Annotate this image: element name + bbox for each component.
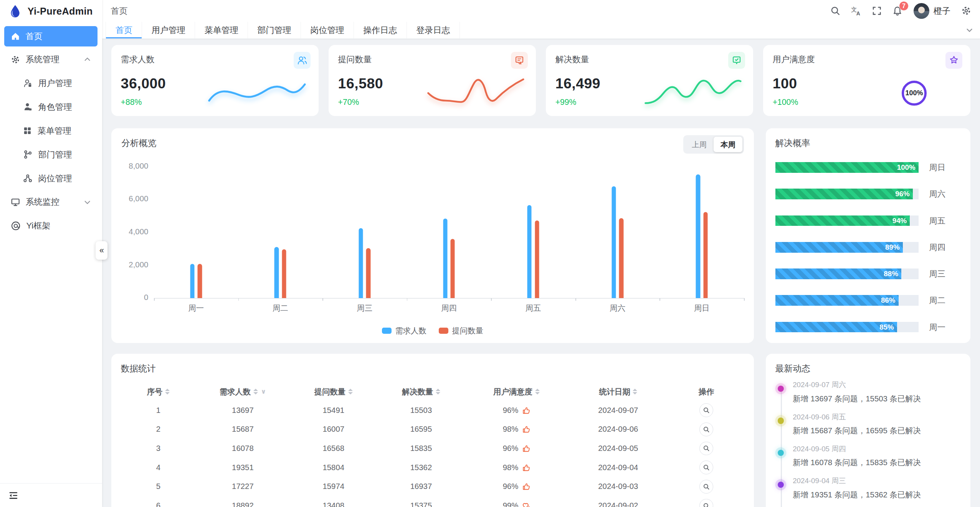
app-title: Yi-PureAdmin (28, 6, 93, 17)
sidebar-subitem-1-0[interactable]: 用户管理 (4, 71, 98, 95)
tab-2[interactable]: 菜单管理 (195, 22, 248, 38)
bottom-row: 数据统计 序号需求人数∨提问数量解决数量用户满意度统计日期操作 1 13697 … (111, 354, 970, 507)
solve-rate-row: 96% 周六 (775, 189, 961, 199)
range-button-1[interactable]: 本周 (714, 137, 742, 152)
tab-3[interactable]: 部门管理 (248, 22, 301, 38)
table-header-1[interactable]: 需求人数∨ (196, 386, 290, 397)
sidebar-group-2[interactable]: 系统监控 (4, 190, 98, 214)
search-icon[interactable] (830, 6, 840, 16)
timeline-date: 2024-09-04 周三 (793, 476, 961, 486)
sidebar-subitem-1-3[interactable]: 部门管理 (4, 143, 98, 167)
analysis-overview-title: 分析概览 (121, 137, 744, 149)
table-header-5[interactable]: 统计日期 (568, 386, 668, 397)
user-menu[interactable]: 橙子 (914, 3, 950, 19)
main-area: 首页 文A 7 橙子 (102, 0, 980, 507)
settings-gear-icon[interactable] (961, 6, 971, 16)
cell-date: 2024-09-07 (568, 406, 668, 415)
cell-solved: 15362 (377, 463, 465, 472)
progress-pct: 85% (879, 323, 897, 331)
bell-icon[interactable]: 7 (892, 6, 903, 17)
cell-questions: 16007 (290, 425, 377, 434)
tab-0[interactable]: 首页 (106, 22, 142, 38)
progress-track: 94% (775, 215, 919, 226)
progress-track: 85% (775, 322, 919, 333)
sidebar-item-3[interactable]: Yi框架 (4, 214, 98, 238)
tab-5[interactable]: 操作日志 (354, 22, 407, 38)
fullscreen-icon[interactable] (872, 6, 881, 15)
row-view-button[interactable] (699, 461, 713, 474)
row-view-button[interactable] (699, 403, 713, 417)
svg-text:A: A (856, 10, 860, 16)
menu-fold-icon[interactable] (8, 490, 18, 500)
stat-card-1: 提问数量 16,580 +70% (329, 45, 536, 116)
row-view-button[interactable] (699, 499, 713, 507)
table-header-0[interactable]: 序号 (121, 386, 196, 397)
cell-satisfaction: 96% (465, 406, 568, 415)
progress-fill: 94% (775, 215, 910, 226)
cell-questions: 13408 (290, 501, 377, 507)
logo-drop-icon (8, 4, 23, 19)
tabs-chevron-down-icon[interactable] (959, 22, 980, 38)
sidebar-group-label: 系统管理 (26, 54, 59, 65)
progress-fill: 89% (775, 242, 903, 253)
progress-day-label: 周六 (929, 189, 945, 199)
bar-需求人数-周二 (274, 247, 279, 298)
sidebar-subitem-1-1[interactable]: 角色管理 (4, 95, 98, 119)
x-axis-label: 周一 (188, 303, 204, 313)
sidebar-item-label: Yi框架 (26, 220, 50, 232)
solve-rate-row: 88% 周三 (775, 268, 961, 279)
thumb-up-icon (522, 444, 530, 453)
sidebar-item-0[interactable]: 首页 (4, 26, 98, 46)
cell-index: 4 (121, 463, 196, 472)
row-view-button[interactable] (699, 422, 713, 436)
cell-demand: 15687 (196, 425, 290, 434)
progress-fill: 88% (775, 268, 901, 279)
cell-index: 1 (121, 406, 196, 415)
table-header-3[interactable]: 解决数量 (377, 386, 465, 397)
row-view-button[interactable] (699, 480, 713, 494)
tab-4[interactable]: 岗位管理 (301, 22, 354, 38)
bar-group (527, 205, 539, 298)
app-viewport: Yi-PureAdmin 首页系统管理用户管理角色管理菜单管理部门管理岗位管理系… (0, 0, 980, 507)
sidebar-subitem-label: 部门管理 (38, 149, 72, 161)
x-axis-label: 周六 (610, 303, 625, 313)
legend-swatch (439, 328, 448, 334)
username: 橙子 (934, 5, 950, 17)
table-header-2[interactable]: 提问数量 (290, 386, 377, 397)
satisfaction-ring: 100% (902, 81, 927, 106)
sidebar-collapse-handle[interactable]: « (96, 241, 107, 260)
sidebar-subitem-label: 角色管理 (38, 101, 72, 113)
content: 需求人数 36,000 +88% 提问数量 16,580 +70% 解决数量 1… (102, 39, 980, 507)
cell-index: 6 (121, 501, 196, 507)
latest-activity-card: 最新动态 2024-09-07 周六 新增 13697 条问题，15503 条已… (766, 354, 970, 507)
at-icon (11, 221, 21, 231)
tab-1[interactable]: 用户管理 (142, 22, 195, 38)
solve-rate-row: 94% 周五 (775, 215, 961, 226)
stat-card-delta: +100% (773, 98, 961, 107)
gear-icon (11, 55, 20, 64)
sidebar-subitem-label: 岗位管理 (38, 173, 72, 184)
bar-需求人数-周日 (696, 174, 700, 298)
sidebar-subitem-1-4[interactable]: 岗位管理 (4, 167, 98, 191)
home-icon (11, 31, 20, 41)
table-header-4[interactable]: 用户满意度 (465, 386, 568, 397)
timeline-dot (778, 418, 784, 424)
post-icon (23, 174, 32, 183)
thumb-up-icon (522, 463, 530, 472)
range-segmented-control: 上周本周 (683, 135, 744, 154)
tab-6[interactable]: 登录日志 (407, 22, 460, 38)
sidebar-group-1[interactable]: 系统管理 (4, 48, 98, 71)
translate-icon[interactable]: 文A (851, 6, 862, 17)
progress-track: 88% (775, 268, 919, 279)
logo[interactable]: Yi-PureAdmin (0, 0, 102, 23)
range-button-0[interactable]: 上周 (685, 137, 714, 152)
timeline-text: 新增 19351 条问题，15362 条已解决 (793, 489, 961, 500)
sidebar-subitem-1-2[interactable]: 菜单管理 (4, 119, 98, 143)
row-view-button[interactable] (699, 442, 713, 456)
x-axis-label: 周日 (694, 303, 710, 313)
cell-date: 2024-09-03 (568, 482, 668, 491)
legend-item[interactable]: 提问数量 (439, 325, 483, 336)
progress-pct: 100% (897, 163, 919, 172)
y-axis-label: 0 (119, 293, 148, 302)
legend-item[interactable]: 需求人数 (382, 325, 426, 336)
